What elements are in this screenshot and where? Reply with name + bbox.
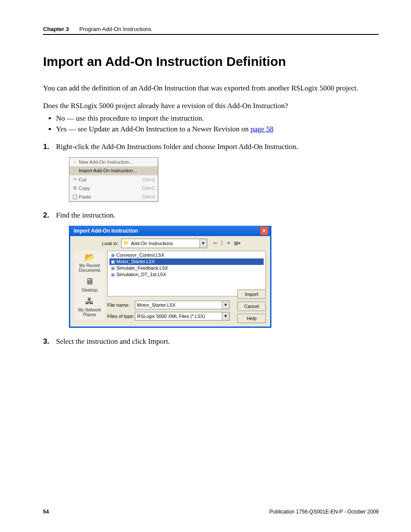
place-network[interactable]: 🖧 My Network Places bbox=[75, 295, 105, 320]
menu-copy[interactable]: ⧉ Copy Ctrl+C bbox=[69, 184, 158, 193]
cancel-button[interactable]: Cancel bbox=[237, 302, 266, 311]
filename-label: File name: bbox=[107, 302, 135, 308]
back-icon[interactable]: ⇐ bbox=[213, 240, 217, 246]
place-recent[interactable]: 📂 My Recent Documents bbox=[75, 251, 105, 275]
views-icon[interactable]: ▦▾ bbox=[234, 240, 241, 246]
step-3-text: Select the instruction and click Import. bbox=[56, 337, 170, 345]
places-sidebar: 📂 My Recent Documents 🖥 Desktop 🖧 My Net… bbox=[75, 251, 105, 320]
file-icon: ▣ bbox=[109, 259, 116, 264]
menu-new-aoi[interactable]: ▫ New Add-On Instruction... bbox=[69, 158, 158, 166]
menu-cut[interactable]: ✂ Cut Ctrl+X bbox=[69, 175, 158, 184]
step-1-number: 1. bbox=[43, 143, 49, 151]
network-icon: 🖧 bbox=[84, 296, 96, 307]
question-paragraph: Does the RSLogix 5000 project already ha… bbox=[43, 101, 379, 111]
header-chapter: Chapter 3 bbox=[43, 26, 69, 32]
dialog-nav-icons: ⇐ ⤴ ✦ ▦▾ bbox=[213, 240, 241, 246]
header-rule bbox=[43, 34, 379, 35]
lookin-select[interactable]: 📁 Add-On Instructions ▾ bbox=[121, 239, 207, 248]
file-item-selected[interactable]: ▣ Motor_Starter.L5X bbox=[109, 258, 264, 265]
new-folder-icon[interactable]: ✦ bbox=[227, 240, 230, 246]
copy-icon: ⧉ bbox=[71, 185, 79, 191]
chevron-down-icon: ▾ bbox=[222, 312, 229, 320]
up-icon[interactable]: ⤴ bbox=[221, 240, 223, 246]
desktop-icon: 🖥 bbox=[84, 276, 96, 287]
filetype-field[interactable]: RSLogix 5000 XML Files (*.L5X) ▾ bbox=[135, 312, 230, 320]
step-2-number: 2. bbox=[43, 211, 49, 220]
bullet-yes: Yes — see Update an Add-On Instruction t… bbox=[56, 124, 379, 135]
intro-paragraph: You can add the definition of an Add-On … bbox=[43, 84, 379, 93]
chevron-down-icon: ▾ bbox=[199, 239, 207, 248]
file-item[interactable]: ▣ Simulate_Feedback.L5X bbox=[109, 265, 264, 271]
file-item[interactable]: ▣ Conveyor_Control.L5X bbox=[109, 252, 264, 258]
step-2-text: Find the instruction. bbox=[56, 211, 115, 219]
context-menu: ▫ New Add-On Instruction... Import Add-O… bbox=[69, 157, 158, 202]
folder-icon: 📁 bbox=[123, 240, 129, 246]
file-item[interactable]: ▣ Simulation_DT_1st.L5X bbox=[109, 271, 264, 278]
step-1-text: Right-click the Add-On Instructions fold… bbox=[56, 143, 298, 151]
import-button[interactable]: Import bbox=[237, 289, 266, 299]
dialog-titlebar: Import Add-On Instruction × bbox=[70, 226, 270, 236]
close-icon[interactable]: × bbox=[260, 227, 268, 235]
paste-icon: 📋 bbox=[71, 194, 79, 199]
file-icon: ▣ bbox=[109, 265, 116, 271]
header-section: Program Add-On Instructions bbox=[79, 26, 152, 32]
step-3-number: 3. bbox=[43, 337, 49, 346]
file-icon: ▣ bbox=[109, 252, 116, 258]
menu-paste[interactable]: 📋 Paste Ctrl+V bbox=[69, 193, 158, 201]
filename-field[interactable]: Motor_Starter.L5X ▾ bbox=[135, 301, 230, 309]
page-title: Import an Add-On Instruction Definition bbox=[43, 54, 379, 69]
dialog-title: Import Add-On Instruction bbox=[74, 228, 260, 234]
new-aoi-icon: ▫ bbox=[71, 159, 79, 165]
cut-icon: ✂ bbox=[71, 177, 79, 182]
recent-icon: 📂 bbox=[84, 252, 96, 263]
chevron-down-icon: ▾ bbox=[222, 301, 229, 309]
place-desktop[interactable]: 🖥 Desktop bbox=[75, 275, 105, 295]
link-page-58[interactable]: page 58 bbox=[251, 125, 274, 133]
page-number: 54 bbox=[43, 509, 49, 515]
filetype-label: Files of type: bbox=[107, 314, 135, 319]
publication-id: Publication 1756-QS001E-EN-P - October 2… bbox=[269, 509, 379, 515]
file-icon: ▣ bbox=[109, 272, 116, 277]
import-dialog: Import Add-On Instruction × Look in: 📁 A… bbox=[69, 226, 271, 328]
bullet-no: No — use this procedure to import the in… bbox=[56, 113, 379, 124]
lookin-label: Look in: bbox=[100, 241, 118, 246]
help-button[interactable]: Help bbox=[237, 314, 266, 323]
menu-import-aoi[interactable]: Import Add-On Instruction... bbox=[69, 166, 158, 175]
